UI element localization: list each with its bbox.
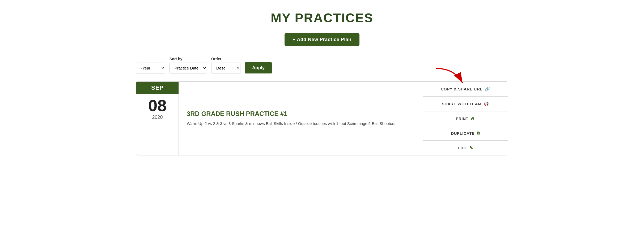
duplicate-label: DUPLICATE — [451, 131, 474, 136]
practice-info: 3RD GRADE RUSH PRACTICE #1 Warm Up 2 vs … — [179, 82, 423, 155]
megaphone-icon: 📢 — [484, 101, 489, 106]
year-select[interactable]: -Year 2020 2021 2022 2023 — [136, 63, 165, 73]
filters-row: -Year 2020 2021 2022 2023 Sort by Practi… — [136, 57, 508, 73]
copy-share-url-button[interactable]: COPY & SHARE URL 🔗 — [423, 82, 508, 97]
share-team-label: SHARE WITH TEAM — [442, 102, 481, 106]
print-label: PRINT — [456, 116, 469, 121]
printer-icon: 🖨 — [471, 116, 475, 121]
order-select[interactable]: Desc Asc — [211, 63, 240, 73]
add-new-practice-button[interactable]: + Add New Practice Plan — [285, 33, 359, 46]
year-filter-group: -Year 2020 2021 2022 2023 — [136, 63, 165, 73]
apply-button[interactable]: Apply — [245, 62, 272, 73]
edit-label: EDIT — [458, 146, 467, 150]
order-filter-group: Order Desc Asc — [211, 57, 240, 73]
practice-card: SEP 08 2020 3RD GRADE RUSH PRACTICE #1 W… — [136, 81, 508, 155]
practice-description: Warm Up 2 vs 2 & 3 vs 3 Sharks & minnows… — [187, 121, 415, 127]
copy-url-label: COPY & SHARE URL — [441, 87, 482, 91]
page-title: MY PRACTICES — [271, 11, 373, 25]
share-with-team-button[interactable]: SHARE WITH TEAM 📢 — [423, 97, 508, 111]
order-label: Order — [211, 57, 240, 61]
edit-icon: ✎ — [469, 145, 473, 150]
sort-filter-group: Sort by Practice Date Title Created — [170, 57, 207, 73]
practice-month: SEP — [136, 82, 179, 94]
duplicate-button[interactable]: DUPLICATE ⧉ — [423, 126, 508, 141]
action-buttons-panel: COPY & SHARE URL 🔗 SHARE WITH TEAM 📢 PRI… — [423, 82, 508, 155]
practice-day: 08 — [148, 97, 167, 115]
sort-by-select[interactable]: Practice Date Title Created — [170, 63, 207, 73]
date-block: SEP 08 2020 — [136, 82, 179, 155]
practice-year: 2020 — [152, 115, 163, 120]
print-button[interactable]: PRINT 🖨 — [423, 111, 508, 126]
link-icon: 🔗 — [485, 86, 490, 92]
practice-title: 3RD GRADE RUSH PRACTICE #1 — [187, 110, 415, 118]
sort-by-label: Sort by — [170, 57, 207, 61]
edit-button[interactable]: EDIT ✎ — [423, 141, 508, 155]
duplicate-icon: ⧉ — [477, 131, 480, 136]
